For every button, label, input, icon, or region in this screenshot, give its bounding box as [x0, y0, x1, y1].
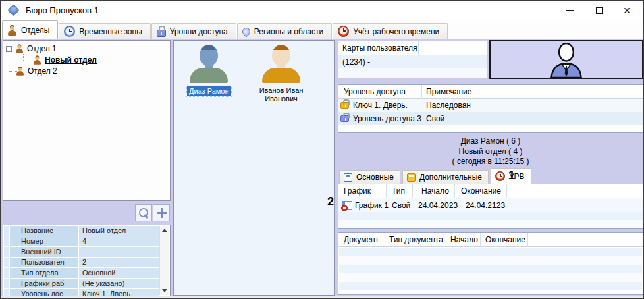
selected-department-info: Новый отдел ( 4 ) — [338, 147, 643, 157]
access-level-row[interactable]: Уровень доступа 3 Свой — [338, 112, 643, 125]
column-header[interactable]: График — [344, 184, 371, 198]
red-clock-icon — [495, 171, 505, 181]
property-value: Новый отдел — [79, 226, 159, 236]
schedules-table: График Тип Начало Окончание График 1 Сво… — [338, 184, 643, 229]
schedule-calendar-icon — [342, 201, 352, 210]
column-header[interactable]: Окончание — [485, 233, 525, 247]
schedule-end: 24.04.2123 — [466, 199, 505, 212]
property-value: 2 — [79, 258, 159, 267]
tab-label: Регионы и области — [254, 27, 323, 36]
tree-item-otdel-2[interactable]: Отдел 2 — [15, 66, 57, 76]
tab-additional[interactable]: Дополнительные — [402, 170, 489, 184]
search-button[interactable] — [135, 204, 152, 221]
column-header[interactable]: Уровень доступа — [344, 85, 406, 99]
card-number: (1234) - — [342, 55, 370, 68]
column-header[interactable]: Примечание — [426, 85, 471, 99]
documents-table: Документ Тип документа Начало Окончание — [338, 232, 643, 295]
access-level-name: Ключ 1. Дверь. — [353, 99, 408, 112]
orange-list-icon — [407, 173, 416, 182]
tab-time-zones[interactable]: Временные зоны — [59, 23, 150, 39]
column-header[interactable]: Окончание — [461, 184, 501, 198]
tab-main-details[interactable]: Основные — [339, 170, 400, 184]
access-level-row[interactable]: Ключ 1. Дверь. Наследован — [338, 99, 643, 112]
property-label: Тип отдела — [10, 268, 78, 278]
plus-icon — [157, 208, 167, 218]
employee-avatar-ivanov[interactable] — [261, 45, 302, 83]
column-header[interactable]: Тип документа — [389, 233, 443, 247]
property-row[interactable]: Пользовател2 — [4, 258, 159, 267]
tab-label: Дополнительные — [419, 173, 482, 182]
scroll-down-icon[interactable] — [162, 289, 167, 292]
department-icon — [33, 55, 41, 65]
schedule-row[interactable]: График 1 Свой 24.04.2023 24.04.2123 — [338, 198, 643, 212]
tree-item-otdel-1[interactable]: Отдел 1 — [6, 43, 57, 54]
department-properties: НазваниеНовый отдел Номер4 Внешний ID По… — [3, 225, 171, 296]
property-label: Графики раб — [10, 279, 78, 288]
app-window: Бюро Пропусков 1 ✕ Отделы Временные зоны… — [0, 0, 644, 299]
app-icon — [7, 4, 19, 16]
tree-item-label: Новый отдел — [45, 55, 97, 65]
detail-tab-bar: Основные Дополнительные УРВ — [339, 168, 533, 184]
selected-employee-info: Диаз Рамон ( 6 ) — [338, 136, 643, 147]
scroll-up-icon[interactable] — [162, 229, 167, 232]
employee-name[interactable]: Диаз Рамон — [187, 86, 231, 96]
column-header[interactable]: Начало — [450, 233, 478, 247]
yellow-lock-icon — [340, 102, 349, 109]
window-bottom-edge — [1, 296, 643, 298]
search-icon — [139, 208, 148, 217]
timestamp-info: ( сегодня в 11:25:15 ) — [338, 157, 643, 167]
add-button[interactable] — [153, 204, 170, 221]
property-value: (Не указано) — [79, 279, 159, 288]
employee-name[interactable]: Иванов Иван Иванович — [248, 86, 314, 103]
column-header[interactable]: Тип — [392, 184, 405, 198]
close-button[interactable]: ✕ — [613, 1, 641, 20]
red-clock-icon — [338, 26, 349, 37]
department-tree: Отдел 1 Новый отдел Отдел 2 — [3, 40, 171, 201]
property-label: Внешний ID — [10, 247, 78, 257]
property-label: Пользовател — [10, 258, 78, 267]
employee-list: Диаз Рамон Иванов Иван Иванович — [173, 40, 335, 296]
property-value: 4 — [79, 236, 159, 246]
tab-label: Временные зоны — [79, 27, 142, 36]
tab-label: Отделы — [21, 26, 49, 35]
maximize-icon — [596, 7, 603, 14]
minimize-button[interactable] — [556, 1, 583, 20]
clock-icon — [64, 26, 75, 37]
person-silhouette-icon — [546, 43, 587, 78]
callout-2: 2 — [327, 195, 334, 209]
card-row[interactable]: (1234) - — [338, 55, 487, 68]
tree-item-label: Отдел 1 — [27, 44, 57, 53]
property-row[interactable]: Номер4 — [4, 236, 159, 246]
map-pin-icon — [240, 26, 252, 37]
blue-list-icon — [344, 173, 352, 182]
employee-avatar-diaz[interactable] — [188, 45, 229, 83]
scrollbar[interactable] — [159, 226, 169, 295]
column-header[interactable]: Начало — [421, 184, 449, 198]
tab-access-levels[interactable]: Уровни доступа — [151, 23, 236, 39]
tab-departments[interactable]: Отделы — [2, 20, 58, 39]
tab-time-tracking[interactable]: Учёт рабочего времени — [333, 23, 448, 39]
tab-label: Основные — [356, 173, 394, 182]
cards-header[interactable]: Карты пользователя — [342, 41, 417, 55]
property-row[interactable]: НазваниеНовый отдел — [4, 226, 159, 236]
user-cards-table: Карты пользователя (1234) - — [338, 41, 487, 78]
title-bar: Бюро Пропусков 1 ✕ — [1, 1, 643, 20]
access-level-note: Свой — [426, 112, 444, 125]
property-value — [79, 247, 159, 257]
access-level-name: Уровень доступа 3 — [353, 112, 421, 125]
department-icon — [16, 67, 24, 76]
person-icon — [7, 25, 17, 36]
maximize-button[interactable] — [585, 1, 613, 20]
property-row[interactable]: Тип отделаОсновной — [4, 268, 159, 278]
property-row[interactable]: Графики раб(Не указано) — [4, 279, 159, 288]
column-header[interactable]: Документ — [344, 233, 379, 247]
tree-item-novyj-otdel[interactable]: Новый отдел — [32, 55, 97, 65]
window-title: Бюро Пропусков 1 — [26, 1, 99, 20]
property-row[interactable]: Внешний ID — [4, 247, 159, 257]
collapse-icon[interactable] — [6, 46, 12, 52]
tree-item-label: Отдел 2 — [28, 67, 57, 76]
employee-photo-placeholder[interactable] — [489, 40, 643, 79]
tab-regions[interactable]: Регионы и области — [237, 23, 332, 39]
main-tab-bar: Отделы Временные зоны Уровни доступа Рег… — [1, 20, 643, 39]
tab-label: Учёт рабочего времени — [353, 27, 439, 36]
